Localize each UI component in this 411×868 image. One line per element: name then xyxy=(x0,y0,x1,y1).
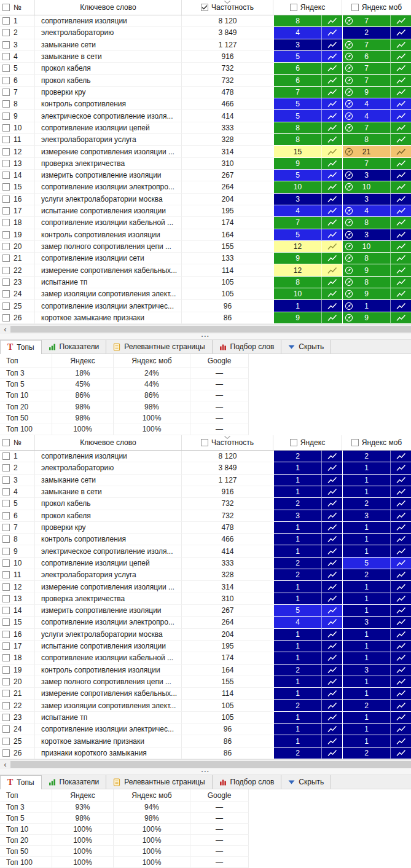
yandex-chart-cell[interactable] xyxy=(321,87,342,98)
row-checkbox[interactable] xyxy=(2,488,10,495)
yandex-chart-cell[interactable] xyxy=(321,181,342,193)
yandex-chart-cell[interactable] xyxy=(321,288,342,300)
yandex-chart-cell[interactable] xyxy=(321,712,342,724)
yandex-mobile-chart-cell[interactable] xyxy=(390,217,411,229)
yandex-mobile-chart-cell[interactable] xyxy=(390,581,411,593)
row-checkbox[interactable] xyxy=(2,500,10,507)
keyword-cell[interactable]: услуги электролаборатории москва xyxy=(35,629,182,641)
yandex-chart-cell[interactable] xyxy=(321,194,342,205)
yandex-mobile-chart-cell[interactable] xyxy=(390,253,411,264)
yandex-mobile-chart-cell[interactable] xyxy=(390,534,411,545)
keyword-cell[interactable]: сопротивления изоляции xyxy=(35,15,182,27)
yandex-mobile-chart-cell[interactable] xyxy=(390,229,411,241)
row-checkbox[interactable] xyxy=(2,559,10,567)
yandex-chart-cell[interactable] xyxy=(321,534,342,545)
column-header-frequency[interactable]: Частотность xyxy=(182,435,273,450)
keyword-cell[interactable]: измерение сопротивления кабельных... xyxy=(35,688,182,700)
column-header-yandex-mobile[interactable]: Яндекс моб xyxy=(342,0,411,15)
yandex-mobile-chart-cell[interactable] xyxy=(390,122,411,134)
row-checkbox[interactable] xyxy=(2,302,10,310)
yandex-chart-cell[interactable] xyxy=(321,264,342,276)
scroll-thumb[interactable] xyxy=(10,761,411,768)
scroll-left-button[interactable]: ‹ xyxy=(0,760,10,769)
yandex-chart-cell[interactable] xyxy=(321,312,342,324)
row-checkbox[interactable] xyxy=(2,195,10,203)
yandex-mobile-chart-cell[interactable] xyxy=(390,27,411,39)
yandex-chart-cell[interactable] xyxy=(321,475,342,486)
tab-relevant-pages[interactable]: Релевантные страницы xyxy=(106,340,212,353)
keyword-cell[interactable]: замер изоляции сопротивления элект... xyxy=(35,700,182,711)
row-checkbox[interactable] xyxy=(2,642,10,650)
yandex-chart-cell[interactable] xyxy=(321,63,342,74)
keyword-cell[interactable]: контроль сопротивления изоляции xyxy=(35,229,182,241)
yandex-mobile-chart-cell[interactable] xyxy=(390,475,411,486)
keyword-cell[interactable]: сопротивление изоляции кабельной ... xyxy=(35,652,182,664)
scroll-thumb[interactable] xyxy=(10,326,411,333)
yandex-chart-cell[interactable] xyxy=(321,676,342,688)
keyword-cell[interactable]: испытание сопротивления изоляции xyxy=(35,205,182,217)
yandex-mobile-chart-cell[interactable] xyxy=(390,87,411,98)
row-checkbox[interactable] xyxy=(2,314,10,322)
row-checkbox[interactable] xyxy=(2,89,10,96)
yandex-chart-cell[interactable] xyxy=(321,605,342,617)
keyword-cell[interactable]: электрическое сопротивление изоля... xyxy=(35,545,182,557)
row-checkbox[interactable] xyxy=(2,183,10,191)
keyword-cell[interactable]: замер полного сопротивления цепи ... xyxy=(35,241,182,253)
yandex-chart-cell[interactable] xyxy=(321,617,342,628)
yandex-chart-cell[interactable] xyxy=(321,134,342,146)
yandex-chart-cell[interactable] xyxy=(321,27,342,39)
yandex-mobile-chart-cell[interactable] xyxy=(390,735,411,747)
tab-tops[interactable]: TТопы xyxy=(0,340,42,354)
keyword-cell[interactable]: замыкание в сети xyxy=(35,486,182,498)
yandex-chart-cell[interactable] xyxy=(321,558,342,569)
row-checkbox[interactable] xyxy=(2,207,10,215)
yandex-mobile-chart-cell[interactable] xyxy=(390,629,411,641)
tab-metrics[interactable]: Показатели xyxy=(42,775,107,789)
keyword-cell[interactable]: испытание тп xyxy=(35,712,182,724)
frequency-checkbox[interactable] xyxy=(201,439,208,446)
row-checkbox[interactable] xyxy=(2,725,10,733)
frequency-checkbox[interactable] xyxy=(201,4,208,11)
yandex-mobile-chart-cell[interactable] xyxy=(390,15,411,27)
yandex-mobile-chart-cell[interactable] xyxy=(390,98,411,110)
row-checkbox[interactable] xyxy=(2,512,10,519)
yandex-mobile-chart-cell[interactable] xyxy=(390,593,411,605)
yandex-mobile-chart-cell[interactable] xyxy=(390,712,411,724)
keyword-cell[interactable]: проверка электричества xyxy=(35,158,182,170)
horizontal-scrollbar-2[interactable]: ‹ xyxy=(0,759,411,769)
keyword-cell[interactable]: проверки кру xyxy=(35,87,182,98)
row-checkbox[interactable] xyxy=(2,219,10,226)
row-checkbox[interactable] xyxy=(2,243,10,250)
keyword-cell[interactable]: замер изоляции сопротивления элект... xyxy=(35,288,182,300)
keyword-cell[interactable]: сопротивление изоляции кабельной ... xyxy=(35,217,182,229)
row-checkbox[interactable] xyxy=(2,17,10,25)
yandex-chart-cell[interactable] xyxy=(321,748,342,759)
splitter-handle-2[interactable]: ··· xyxy=(0,769,411,775)
row-checkbox[interactable] xyxy=(2,231,10,239)
column-header-frequency[interactable]: Частотность xyxy=(182,0,273,15)
row-checkbox[interactable] xyxy=(2,690,10,697)
yandex-chart-cell[interactable] xyxy=(321,665,342,676)
keyword-cell[interactable]: сопротивление изоляции электричес... xyxy=(35,300,182,312)
keyword-cell[interactable]: прокол кабеля xyxy=(35,63,182,74)
yandex-mobile-chart-cell[interactable] xyxy=(390,312,411,324)
row-checkbox[interactable] xyxy=(2,618,10,626)
yandex-mobile-chart-cell[interactable] xyxy=(390,510,411,522)
yandex-mobile-chart-cell[interactable] xyxy=(390,205,411,217)
row-checkbox[interactable] xyxy=(2,136,10,143)
keyword-cell[interactable]: контроль сопротивления изоляции xyxy=(35,665,182,676)
yandex-chart-cell[interactable] xyxy=(321,122,342,134)
yandex-chart-cell[interactable] xyxy=(321,498,342,510)
yandex-chart-cell[interactable] xyxy=(321,700,342,711)
yandex-checkbox[interactable] xyxy=(290,4,297,11)
tab-word-picker[interactable]: Подбор слов xyxy=(213,340,282,353)
yandex-chart-cell[interactable] xyxy=(321,158,342,170)
row-checkbox[interactable] xyxy=(2,583,10,591)
yandex-mobile-chart-cell[interactable] xyxy=(390,51,411,63)
yandex-chart-cell[interactable] xyxy=(321,300,342,312)
keyword-cell[interactable]: измерение сопротивления изоляции ... xyxy=(35,581,182,593)
row-checkbox[interactable] xyxy=(2,666,10,674)
row-checkbox[interactable] xyxy=(2,65,10,72)
yandex-mobile-chart-cell[interactable] xyxy=(390,134,411,146)
yandex-chart-cell[interactable] xyxy=(321,241,342,253)
